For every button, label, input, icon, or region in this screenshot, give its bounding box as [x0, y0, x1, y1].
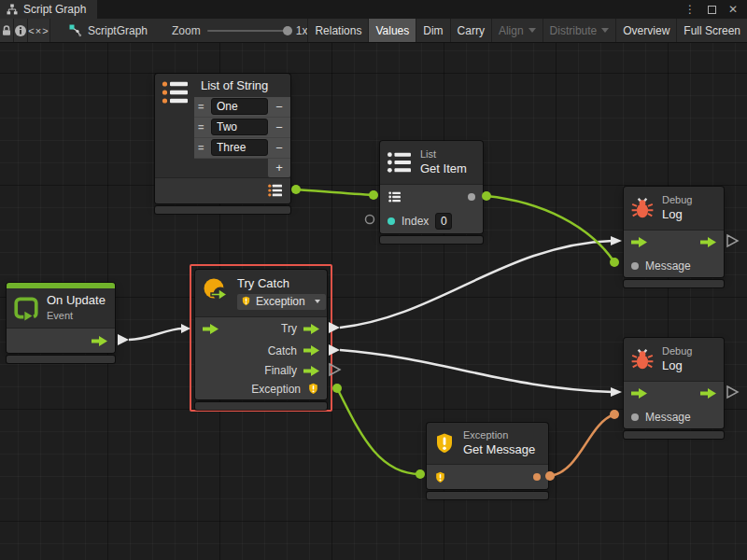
integer-port-icon[interactable]: [388, 217, 395, 225]
node-kind: List: [420, 147, 467, 161]
overview-button[interactable]: Overview: [615, 19, 676, 42]
message-port-icon[interactable]: [631, 262, 639, 270]
breadcrumb-label: ScriptGraph: [88, 24, 148, 37]
index-input[interactable]: [435, 213, 452, 230]
exception-out-port[interactable]: [332, 384, 342, 393]
node-debug-log-bottom[interactable]: Debug Log Message: [624, 338, 724, 439]
onupdate-out-port[interactable]: [118, 334, 129, 345]
wire-onupdate-to-trycatch[interactable]: [129, 329, 183, 340]
catch-flow-out-icon[interactable]: [303, 345, 319, 356]
wire-list-to-getitem[interactable]: [296, 189, 374, 195]
finally-flow-out-icon[interactable]: [303, 366, 319, 376]
catch-port-label: Catch: [268, 344, 297, 357]
message-label: Message: [645, 411, 691, 424]
index-label: Index: [402, 215, 429, 228]
wire-arrowhead: [611, 387, 622, 397]
align-button[interactable]: Align: [491, 19, 543, 42]
list-output-row: [155, 177, 290, 203]
log-bottom-message-in-port[interactable]: [610, 410, 619, 419]
update-loop-icon: [13, 295, 39, 321]
exception-dropdown-label: Exception: [256, 295, 305, 308]
node-footer: [427, 492, 548, 499]
add-item-button[interactable]: +: [268, 159, 290, 177]
list-item-row: = −: [194, 138, 290, 159]
flow-in-port-icon[interactable]: [631, 237, 647, 247]
output-port-icon[interactable]: [468, 193, 475, 201]
list-port-icon[interactable]: [388, 191, 402, 203]
list-out-port[interactable]: [291, 185, 301, 194]
remove-item-button[interactable]: −: [272, 120, 287, 134]
flow-out-port-icon[interactable]: [92, 336, 107, 346]
log-bottom-out-port-unconnected[interactable]: [727, 386, 738, 398]
wire-try-to-log-top[interactable]: [340, 241, 613, 328]
more-icon[interactable]: ⋮: [684, 3, 696, 16]
wire-getitem-to-log-message[interactable]: [486, 196, 614, 262]
breadcrumb[interactable]: ScriptGraph: [69, 19, 148, 42]
string-out-port-icon[interactable]: [533, 473, 541, 481]
node-title: On Update: [47, 293, 106, 309]
drag-handle-icon[interactable]: =: [198, 142, 207, 153]
log-top-out-port-unconnected[interactable]: [727, 235, 738, 246]
node-footer: [624, 431, 724, 439]
flow-in-port-icon[interactable]: [631, 388, 647, 399]
try-flow-out-icon[interactable]: [303, 324, 319, 334]
chevron-down-icon: [315, 300, 320, 303]
try-out-port[interactable]: [329, 322, 340, 333]
fullscreen-button[interactable]: Full Screen: [676, 19, 747, 42]
bug-icon: [630, 196, 655, 220]
wire-getmessage-to-log-message[interactable]: [550, 414, 614, 476]
node-get-message[interactable]: Exception Get Message: [427, 423, 548, 499]
tab-script-graph[interactable]: Script Graph: [0, 0, 97, 19]
close-icon[interactable]: ✕: [728, 3, 738, 16]
node-footer: [195, 402, 327, 410]
drag-handle-icon[interactable]: =: [198, 101, 207, 112]
bug-icon: [630, 347, 655, 371]
flow-out-port-icon[interactable]: [700, 388, 716, 399]
exception-shield-icon[interactable]: [307, 383, 319, 395]
node-try-catch[interactable]: Try Catch Exception Try: [195, 270, 327, 410]
exception-type-dropdown[interactable]: Exception: [237, 294, 326, 310]
node-get-item[interactable]: List Get Item Ind: [380, 141, 483, 244]
getitem-out-port[interactable]: [482, 191, 491, 201]
index-in-port-unconnected[interactable]: [366, 216, 374, 224]
log-top-message-in-port[interactable]: [610, 258, 619, 267]
remove-item-button[interactable]: −: [272, 100, 287, 114]
node-list-of-string[interactable]: List of String = − = − =: [155, 74, 290, 214]
node-title: Get Item: [420, 161, 467, 177]
lock-button[interactable]: [0, 19, 14, 42]
drag-handle-icon[interactable]: =: [198, 121, 207, 133]
code-icon: <×>: [28, 25, 49, 36]
info-button[interactable]: [14, 19, 28, 42]
getitem-list-in-port[interactable]: [369, 190, 378, 200]
catch-out-port[interactable]: [329, 344, 340, 356]
finally-out-port-unconnected[interactable]: [330, 364, 340, 375]
exception-in-port-icon[interactable]: [434, 471, 446, 483]
maximize-icon[interactable]: [708, 6, 716, 14]
list-item-input[interactable]: [211, 119, 268, 135]
zoom-slider[interactable]: [207, 30, 289, 32]
getmessage-in-port[interactable]: [416, 469, 425, 479]
wire-catch-to-log-bottom[interactable]: [340, 350, 613, 392]
finally-port-label: Finally: [264, 364, 297, 377]
distribute-button[interactable]: Distribute: [543, 19, 616, 42]
graph-canvas[interactable]: List of String = − = − =: [0, 43, 747, 560]
try-port-label: Try: [281, 322, 297, 335]
remove-item-button[interactable]: −: [272, 141, 287, 155]
list-item-input[interactable]: [211, 98, 268, 115]
flow-out-port-icon[interactable]: [700, 237, 716, 247]
node-on-update[interactable]: On Update Event: [7, 283, 115, 363]
zoom-slider-handle[interactable]: [283, 26, 292, 35]
carry-button[interactable]: Carry: [450, 19, 491, 42]
values-button[interactable]: Values: [368, 19, 416, 42]
dim-button[interactable]: Dim: [416, 19, 449, 42]
list-icon: [162, 80, 190, 105]
message-port-icon[interactable]: [631, 413, 639, 421]
node-kind: Debug: [662, 193, 692, 206]
code-preview-button[interactable]: <×>: [28, 19, 50, 42]
node-debug-log-top[interactable]: Debug Log Message: [624, 187, 724, 287]
wire-exception-to-getmessage[interactable]: [337, 388, 420, 474]
list-item-row: = −: [194, 118, 290, 138]
flow-in-port-icon[interactable]: [203, 324, 218, 334]
list-item-input[interactable]: [211, 139, 268, 156]
relations-button[interactable]: Relations: [307, 19, 368, 42]
